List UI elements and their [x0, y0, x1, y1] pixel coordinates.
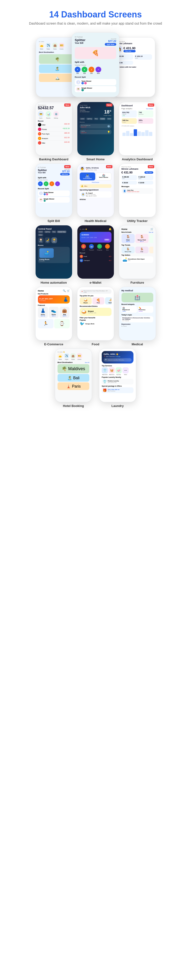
hotel-flights-btn[interactable]: ✈️ Flights: [64, 353, 69, 360]
ecommerce-featured-2[interactable]: ⌚: [54, 319, 70, 328]
medical-hotspot-pharmacy[interactable]: 💊 Pharmacy Lecture: [138, 306, 153, 313]
laundry-shop-1[interactable]: 👕 Pristine Laundry 189 Camera Ave: [102, 379, 133, 385]
ecommerce-featured-1[interactable]: 🏃: [38, 319, 54, 328]
laundry-service-others[interactable]: ⋯ Others: [123, 367, 129, 375]
utility-pay-btn[interactable]: Pay now: [144, 171, 153, 174]
ecommerce-item-2[interactable]: 👟 Shoes $39.0: [49, 307, 59, 318]
food-pick-3[interactable]: 🍜 Noodles: [105, 297, 112, 304]
food-top-picks: Top picks for you: [80, 295, 112, 297]
hotel-greeting: Hi Juliat 👋: [58, 351, 89, 353]
food-filter: Filter your favourite: [80, 317, 112, 318]
new-badge-banking: New: [64, 103, 70, 107]
ecommerce-hot-products: Hot Products: [38, 293, 70, 294]
row2-section: New Hi Tushaar Splitter Your Bill Total …: [0, 164, 191, 223]
laundry-service-dry-clean[interactable]: 🧼 Dry Clean: [115, 367, 122, 375]
health-user: Hello, Krishna: [86, 167, 99, 169]
health-visit-doctor[interactable]: 🏥 Visit a Doctor: [96, 173, 112, 180]
health-appointment-card: 👨‍⚕️ Dr. Asgraf General Specialist Mon, …: [80, 191, 112, 197]
homeauto-scene-away[interactable]: 🏠 Away: [38, 237, 44, 243]
hotel-see-all[interactable]: See All: [85, 362, 89, 363]
food-pick-1[interactable]: 🍛 Biryani: [80, 297, 92, 304]
health-online-consult[interactable]: 💻 Online Consultation: [80, 173, 95, 180]
new-badge-utility: New: [148, 165, 154, 168]
splitbill-recent: Recent Split: [38, 188, 70, 190]
furniture-see-all[interactable]: See all: [149, 232, 153, 233]
hotel-dest-3[interactable]: 🗼 Paris: [58, 382, 89, 390]
ewallet-transport-btn[interactable]: 🚌 Transport: [89, 244, 94, 251]
analytics-total: 175,963,029 visitors: [122, 125, 153, 127]
ewallet-txn-1: 🍔 Food -$25: [80, 255, 112, 258]
hotel-dest-2[interactable]: 🏝️ Bali: [58, 374, 89, 382]
smarthome-temp: 18°: [103, 109, 111, 115]
hero-center-split-btn[interactable]: Split Now: [105, 43, 116, 46]
screen-food: 📍 Moorestonne Court New Brooklyn, NY 118…: [77, 287, 114, 346]
page-title: 14 Dashboard Screens: [5, 10, 186, 20]
medical-label: Medical: [131, 342, 143, 346]
hotel-events-btn[interactable]: 🎫 Events: [77, 353, 82, 360]
food-popular: Popular: [80, 319, 112, 321]
analytics-orders: 346 bu Orders: [122, 118, 137, 124]
hero-left-wallet: Wallet: [40, 48, 43, 50]
row5-section: Hi Juliat 👋 👝 Wallet ✈️ Flights 🏨 Hotels…: [0, 348, 191, 408]
laundry-special-offer[interactable]: 🎁 Get a free ride on San Francisco: [102, 387, 133, 393]
ewallet-bell-icon[interactable]: 🔔: [109, 228, 112, 231]
title-text: Dashboard Screens: [59, 10, 142, 19]
laundry-change-btn[interactable]: Change: [115, 356, 120, 357]
ecommerce-cart-icon[interactable]: 🛒: [67, 290, 70, 292]
laundry-search-bar[interactable]: 🔍 Search Laundry Shop by...: [104, 358, 131, 361]
banking-txn-itunes: ♪ iTunes +$132.28: [38, 127, 70, 132]
health-label: Health Medical: [85, 219, 106, 223]
ewallet-shopping-btn[interactable]: 🛒 Shopping: [97, 244, 102, 251]
ecommerce-item-1[interactable]: 👗 Dress $49.99: [38, 307, 48, 318]
ewallet-txn-2: 🚌 Transport -$12: [80, 259, 112, 262]
laundry-service-wash-iron[interactable]: 🧺 Wash & Iron: [109, 367, 115, 375]
ewallet-food-btn[interactable]: 🍔 Food: [81, 244, 86, 251]
hero-right-hot-water: 🔥 Problem with hot water: [115, 66, 152, 68]
splitbill-team-dinner: 🍽️ Team Dinner A B: [38, 191, 70, 196]
screen-laundry: Hello, John 👋 📍 San Francisco Change 🔍 S…: [99, 348, 136, 408]
food-pick-2[interactable]: 🍕 Pizza: [92, 297, 104, 304]
utility-message-card: 👤 Jane Doe Problem with hot water: [122, 188, 153, 194]
food-recommended-1[interactable]: 🍛 Briyani Fast food, India: [80, 308, 112, 316]
food-location: Moorestonne Court New Brooklyn, NY 1186: [84, 290, 110, 293]
furniture-housebloom: 🛋️ Housebloom Side Zipper Sofa: [122, 256, 153, 263]
ecommerce-item-3[interactable]: 👜 Bag $29.0: [60, 307, 69, 318]
screen-furniture: Home 🛒 New Arrivals See all 🪑 Chair $35.…: [119, 225, 156, 284]
furniture-trend-1: 🪑 Nancy Chair: [122, 247, 135, 253]
homeauto-scene-day[interactable]: ☀️ Day: [51, 237, 57, 243]
laundry-top-services: Top Services: [102, 365, 133, 367]
laundry-service-wash-fold[interactable]: 👕 Wash & fold: [102, 367, 108, 375]
hero-phones-group: Hi Juliat 👝 Wallet ✈️ Flights 🏨 Hotels 🎫…: [36, 30, 155, 97]
homeauto-scene-night[interactable]: 🌙 Night: [45, 237, 51, 243]
hero-center-team-dinner: 🍽️ Team Dinner A B: [75, 79, 116, 85]
smarthome-date: Sunday,15 November: [80, 109, 90, 113]
row1-section: New Total balance $2432.57 💳 Cards 📊 Rep…: [0, 102, 191, 161]
splitbill-btn[interactable]: Split Now: [60, 173, 69, 175]
utility-messages: Messages: [122, 186, 153, 187]
screen-homeauto: Central Panel control Lightning Temp Out…: [35, 225, 73, 284]
hotel-hotels-btn[interactable]: 🏨 Hotels: [70, 353, 76, 360]
medical-hotspot-registered[interactable]: 🏥 Registered Inquiry: [122, 306, 137, 313]
furniture-top-sellers: Top Sellers: [122, 254, 153, 256]
ewallet-more-btn[interactable]: ⋯ More: [105, 244, 110, 251]
hero-center-user: Hi Tushaar: [75, 36, 116, 38]
medical-diagnosis: Depression: [122, 323, 153, 325]
analytics-page-analytics: Page analytics: [122, 108, 133, 110]
hotel-wallet-btn[interactable]: 👝 Wallet: [58, 353, 63, 360]
hero-phone-center: Hi Tushaar Splitter Your Bill Total Bill…: [72, 32, 119, 97]
analytics-see-details[interactable]: See details: [146, 108, 153, 110]
food-popular-item[interactable]: 🐦 Hungry Birds: [80, 321, 112, 326]
hotel-dest-1[interactable]: 🌴 Maldives: [58, 364, 89, 373]
hero-right-pay-btn[interactable]: Pay now: [123, 50, 136, 52]
medical-title: My medical: [122, 290, 153, 292]
title-number: 14: [49, 10, 59, 19]
hero-left-bestdest: Best Destination: [39, 51, 76, 53]
ecommerce-search-icon[interactable]: 🔍: [63, 290, 66, 292]
furniture-cart-icon[interactable]: 🛒: [150, 228, 153, 231]
ewallet-card: $150000 5230 120 150 150 VISA: [80, 232, 112, 243]
furniture-trend-2: 🪑 Chair: [136, 247, 148, 253]
health-find-doctor[interactable]: Find Doctor: [80, 181, 112, 183]
hotel-label: Hotel Booking: [63, 404, 84, 408]
hero-right-amount: € 431.90: [123, 46, 136, 50]
smarthome-lights: Lights Status Off 💡: [80, 129, 112, 134]
